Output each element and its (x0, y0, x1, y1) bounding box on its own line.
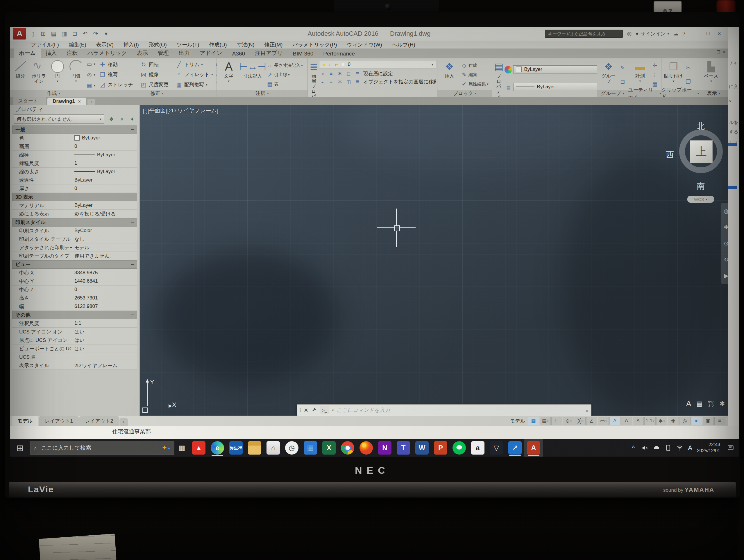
property-row[interactable]: 高さ2653.7301 (12, 294, 137, 303)
property-row[interactable]: 透過性ByLayer (12, 176, 137, 185)
property-row[interactable]: 表示スタイル2D ワイヤフレーム (12, 361, 137, 370)
navigation-tool[interactable]: ✚ (724, 224, 728, 231)
viewport-controls-label[interactable]: [-][平面図][2D ワイヤフレーム] (143, 107, 218, 114)
taskbar-app[interactable]: A (524, 439, 543, 456)
collapse-icon[interactable]: − (131, 312, 134, 318)
line-button[interactable]: 線分 (12, 59, 29, 90)
polyline-button[interactable]: ポリライン (30, 59, 48, 90)
volume-muted-icon[interactable] (641, 445, 648, 451)
arc-button[interactable]: 円弧 ▾ (67, 59, 85, 90)
layout-tab[interactable]: モデル (12, 416, 38, 426)
section-header[interactable]: 3D 表示− (12, 193, 137, 201)
section-header[interactable]: 印刷スタイル− (12, 218, 137, 227)
kana-toggle[interactable]: かなオフ (708, 400, 714, 407)
ribbon-tab[interactable]: 注釈 (62, 48, 82, 58)
document-window-controls[interactable]: ─❐✕ (711, 50, 726, 54)
collapse-icon[interactable]: − (131, 219, 134, 226)
modify-button[interactable]: ╱ トリム ▾ (176, 59, 213, 70)
status-toggle[interactable]: ✚ (668, 417, 679, 425)
menu-item[interactable]: 挿入(I) (119, 41, 144, 48)
window-control-button[interactable]: ✕ (714, 30, 724, 37)
status-toggle[interactable]: 1:1 ▾ (644, 417, 656, 425)
status-toggle[interactable]: ∠ (586, 417, 597, 425)
menu-item[interactable]: 修正(M) (260, 41, 288, 48)
taskbar-search[interactable]: ⌕ ✦✦ (30, 441, 174, 455)
collapse-icon[interactable]: − (131, 262, 134, 268)
panel-label-modify[interactable]: 修正▾ (97, 90, 217, 97)
section-header[interactable]: 一般− (12, 125, 137, 134)
layer-tool-icon[interactable]: ✲ (337, 79, 343, 85)
status-toggle[interactable]: ╳ ▾ (574, 417, 586, 425)
taskbar-app[interactable]: ⌂ (264, 439, 283, 456)
ribbon-tab[interactable]: 管理 (153, 48, 174, 58)
status-toggle[interactable]: ▭ ▾ (598, 417, 609, 425)
ribbon-tab[interactable]: 挿入 (41, 48, 62, 58)
window-control-button[interactable]: ❐ (703, 30, 713, 37)
modify-button[interactable]: ✚ 移動 (99, 59, 135, 70)
drag-handle[interactable]: ⁞⁞ (299, 407, 301, 413)
copilot-icon[interactable]: ✦✦ (162, 444, 171, 452)
drawing-viewport[interactable]: [-][平面図][2D ワイヤフレーム] 上 北 南 西 東 WCS▾ (140, 105, 728, 416)
taskbar-app[interactable]: ↗ (506, 439, 524, 456)
layer-tool-icon[interactable]: ◫ (345, 79, 352, 85)
menu-item[interactable]: 編集(E) (64, 41, 91, 48)
paste-button[interactable]: ❐ 貼り付け ▾ (663, 59, 683, 90)
modify-button[interactable]: ◿ ストレッチ (99, 80, 135, 90)
taskbar-clock[interactable]: 22:43 2025/12/01 (697, 442, 720, 454)
create-small-button[interactable]: ▦▾ (86, 82, 95, 89)
ribbon-tab[interactable]: 出力 (174, 48, 195, 58)
modify-button[interactable]: ◜ フィレット ▾ (176, 70, 213, 80)
palette-tool-icon[interactable]: ✦ (128, 115, 137, 123)
taskbar-app[interactable]: e (208, 439, 227, 456)
status-toggle[interactable]: ▦ (528, 417, 539, 425)
menu-item[interactable]: パラメトリック(P) (288, 41, 341, 48)
search-icon[interactable]: ◎ (627, 31, 632, 37)
layer-tool-icon[interactable]: ≡ (328, 71, 335, 77)
calculator-icon[interactable]: ▦ (651, 81, 658, 87)
palette-tool-icon[interactable]: ❖ (107, 115, 116, 123)
taskbar-app[interactable] (245, 439, 264, 456)
status-toggle[interactable]: ≡ (714, 417, 726, 425)
menu-item[interactable]: ファイル(F) (26, 41, 64, 48)
dimension-button[interactable]: ⊢↔⊣ 寸法記入 (240, 59, 265, 90)
status-toggle[interactable]: Λ (609, 417, 621, 425)
group-button[interactable]: ❖ グループ (599, 59, 618, 90)
viewcube[interactable]: 上 北 南 西 東 WCS▾ (673, 123, 728, 192)
qat-button[interactable]: ▥ (59, 29, 69, 39)
property-row[interactable]: 厚さ0 (12, 185, 137, 193)
qat-button[interactable]: ⊞ (38, 29, 48, 39)
property-row[interactable]: 注釈尺度1:1 (12, 319, 137, 328)
expand-history-icon[interactable]: ▲ (585, 408, 589, 412)
panel-label-groups[interactable]: グループ▾ (597, 90, 628, 97)
id-point-icon[interactable]: ⊹ (651, 72, 658, 78)
tray-chevron-icon[interactable]: ^ (630, 445, 637, 451)
menu-item[interactable]: 作成(D) (204, 41, 232, 48)
status-toggle[interactable]: ∟ (551, 417, 562, 425)
block-small-button[interactable]: ✎ 編集 (461, 72, 488, 78)
property-row[interactable]: マテリアルByLayer (12, 201, 137, 210)
new-drawing-tab-button[interactable]: + (87, 99, 95, 105)
circle-button[interactable]: 円 ▾ (49, 59, 66, 90)
collapse-icon[interactable]: − (131, 127, 134, 133)
status-toggle[interactable]: Λ (633, 417, 644, 425)
command-line[interactable]: ⁞⁞ ✕ >_ ▾ ここにコマンドを入力 ▲ (297, 404, 591, 416)
taskbar-app[interactable]: ◷ (283, 439, 301, 456)
status-toggle[interactable]: ◎ (679, 417, 691, 425)
taskbar-app[interactable] (338, 439, 357, 456)
qat-button[interactable]: ▯ (28, 29, 38, 39)
signin-button[interactable]: ● サインイン ▾ (636, 31, 669, 37)
taskbar-app[interactable]: N (375, 439, 394, 456)
property-row[interactable]: 中心 Y1440.6841 (12, 277, 137, 285)
task-view-button[interactable]: ▥ (174, 444, 189, 452)
property-row[interactable]: ビューポートごとの UCSはい (12, 345, 137, 353)
chevron-down-icon[interactable]: ▾ (332, 408, 334, 412)
annotate-small-button[interactable]: ↗ 引出線 ▾ (266, 72, 303, 78)
ribbon-tab[interactable]: 注目アプリ (250, 48, 288, 58)
navigation-tool[interactable]: ◍ (724, 208, 728, 215)
property-row[interactable]: UCS 名 (12, 353, 137, 361)
navigation-tool[interactable]: ⊙ (724, 240, 728, 247)
selection-dropdown[interactable]: 何も選択されていません ▾ (14, 114, 104, 124)
taskbar-app[interactable]: T (394, 439, 413, 456)
property-row[interactable]: 色ByLayer (12, 134, 137, 142)
taskbar-app[interactable]: ▲ (189, 439, 208, 456)
